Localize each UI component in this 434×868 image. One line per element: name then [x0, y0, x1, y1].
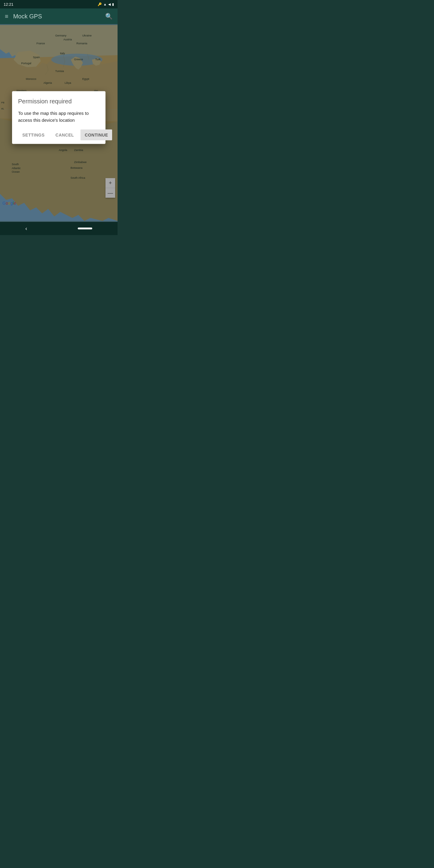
status-bar: 12:21 🔑 ▲ ◀ ▮ [0, 0, 118, 8]
search-icon[interactable]: 🔍 [105, 13, 113, 20]
cancel-button[interactable]: CANCEL [51, 130, 78, 141]
dialog-actions: SETTINGS CANCEL CONTINUE [18, 130, 99, 141]
permission-dialog: Permission required To use the map this … [12, 91, 105, 144]
app-title: Mock GPS [13, 13, 105, 20]
back-button[interactable]: ‹ [25, 225, 27, 232]
settings-button[interactable]: SETTINGS [18, 130, 49, 141]
battery-icon: ▮ [112, 2, 114, 6]
signal-icon: ◀ [108, 2, 111, 6]
continue-button[interactable]: CONTINUE [81, 130, 112, 141]
key-icon: 🔑 [98, 2, 102, 6]
wifi-icon: ▲ [103, 2, 107, 6]
nav-bar: ‹ [0, 222, 118, 235]
dialog-title: Permission required [18, 97, 99, 105]
menu-icon[interactable]: ≡ [5, 13, 8, 20]
app-bar: ≡ Mock GPS 🔍 [0, 8, 118, 24]
status-icons: 🔑 ▲ ◀ ▮ [98, 2, 114, 6]
home-indicator[interactable] [78, 227, 92, 229]
status-time: 12:21 [4, 2, 13, 7]
dialog-body: To use the map this app requires to acce… [18, 110, 99, 124]
